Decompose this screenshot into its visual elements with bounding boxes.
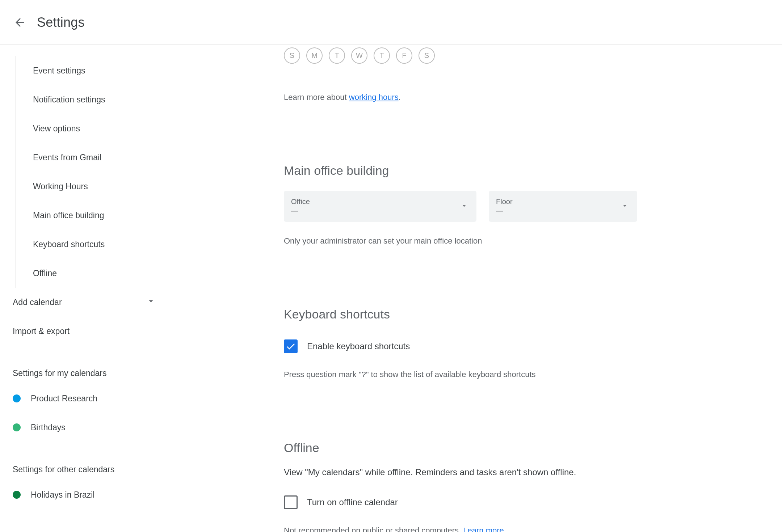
offline-learn-more-link[interactable]: Learn more: [463, 526, 504, 532]
sidebar: Event settings Notification settings Vie…: [0, 45, 177, 532]
dropdown-label: Floor: [496, 198, 513, 206]
color-dot-icon: [13, 423, 21, 431]
enable-keyboard-shortcuts-checkbox[interactable]: Enable keyboard shortcuts: [284, 339, 637, 353]
checkbox-label: Enable keyboard shortcuts: [307, 341, 410, 351]
sidebar-item-label: Add calendar: [13, 297, 62, 307]
settings-content: S M T W T F S Learn more about working h…: [177, 45, 782, 532]
sidebar-heading-my-calendars: Settings for my calendars: [13, 362, 170, 384]
back-arrow-icon[interactable]: [13, 15, 27, 30]
color-dot-icon: [13, 394, 21, 402]
help-text: Learn more about: [284, 93, 349, 102]
sidebar-item-label: Holidays in Brazil: [31, 490, 94, 500]
day-toggle-sun[interactable]: S: [284, 47, 300, 64]
office-help-text: Only your administrator can set your mai…: [284, 236, 637, 246]
keyboard-shortcuts-help: Press question mark "?" to show the list…: [284, 370, 637, 379]
day-toggle-tue[interactable]: T: [329, 47, 345, 64]
sidebar-item-keyboard-shortcuts[interactable]: Keyboard shortcuts: [33, 230, 170, 259]
dropdown-arrow-icon: [621, 202, 628, 211]
sidebar-item-add-calendar[interactable]: Add calendar: [13, 288, 170, 317]
sidebar-item-notification-settings[interactable]: Notification settings: [33, 85, 170, 114]
dropdown-label: Office: [291, 198, 310, 206]
color-dot-icon: [13, 491, 21, 499]
sidebar-item-events-from-gmail[interactable]: Events from Gmail: [33, 143, 170, 172]
page-title: Settings: [37, 15, 85, 30]
checkbox-checked-icon: [284, 339, 298, 353]
sidebar-item-event-settings[interactable]: Event settings: [33, 56, 170, 85]
sidebar-item-import-export[interactable]: Import & export: [13, 317, 170, 346]
floor-dropdown[interactable]: Floor —: [489, 191, 637, 222]
offline-help: Not recommended on public or shared comp…: [284, 526, 637, 532]
sidebar-item-working-hours[interactable]: Working Hours: [33, 172, 170, 201]
working-hours-help: Learn more about working hours.: [284, 93, 637, 102]
section-heading-offline: Offline: [284, 441, 637, 455]
settings-header: Settings: [0, 0, 782, 45]
header-fade: [769, 0, 782, 44]
section-heading-main-office: Main office building: [284, 164, 637, 178]
help-text: .: [399, 93, 401, 102]
chevron-down-icon: [146, 296, 156, 308]
day-toggle-mon[interactable]: M: [306, 47, 323, 64]
day-toggle-wed[interactable]: W: [351, 47, 367, 64]
help-text: Not recommended on public or shared comp…: [284, 526, 463, 532]
sidebar-general-group: Event settings Notification settings Vie…: [15, 56, 170, 288]
turn-on-offline-checkbox[interactable]: Turn on offline calendar: [284, 495, 637, 509]
day-toggle-thu[interactable]: T: [374, 47, 390, 64]
sidebar-heading-other-calendars: Settings for other calendars: [13, 459, 170, 480]
checkbox-label: Turn on offline calendar: [307, 497, 398, 507]
sidebar-calendar-birthdays[interactable]: Birthdays: [13, 413, 170, 442]
offline-description: View "My calendars" while offline. Remin…: [284, 467, 637, 477]
working-hours-link[interactable]: working hours: [349, 93, 399, 102]
office-dropdown-row: Office — Floor —: [284, 191, 637, 222]
dropdown-value: —: [291, 207, 310, 215]
day-toggle-sat[interactable]: S: [419, 47, 435, 64]
office-dropdown[interactable]: Office —: [284, 191, 476, 222]
sidebar-item-label: Product Research: [31, 394, 97, 404]
dropdown-value: —: [496, 207, 513, 215]
sidebar-calendar-product-research[interactable]: Product Research: [13, 384, 170, 413]
sidebar-item-label: Birthdays: [31, 423, 66, 432]
sidebar-item-view-options[interactable]: View options: [33, 114, 170, 143]
sidebar-item-offline[interactable]: Offline: [33, 259, 170, 288]
sidebar-item-main-office-building[interactable]: Main office building: [33, 201, 170, 230]
dropdown-arrow-icon: [461, 202, 468, 211]
working-days-row: S M T W T F S: [284, 47, 637, 64]
day-toggle-fri[interactable]: F: [396, 47, 412, 64]
checkbox-unchecked-icon: [284, 495, 298, 509]
sidebar-calendar-holidays-brazil[interactable]: Holidays in Brazil: [13, 480, 170, 509]
section-heading-keyboard-shortcuts: Keyboard shortcuts: [284, 307, 637, 321]
